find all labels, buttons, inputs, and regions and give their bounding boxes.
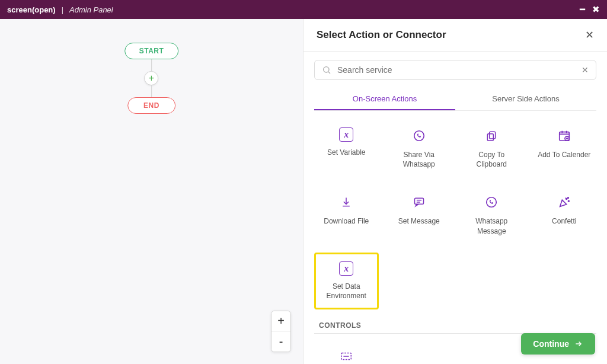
action-confetti[interactable]: Confetti xyxy=(532,186,597,244)
actions-scroll-area[interactable]: x Set Variable Share Via Whatsapp Copy T… xyxy=(304,111,607,364)
add-step-button[interactable]: + xyxy=(144,71,158,85)
window-title-left: screen(open) xyxy=(7,5,56,14)
window-title-right: Admin Panel xyxy=(69,5,113,14)
zoom-in-button[interactable]: + xyxy=(271,311,290,331)
window-close-button[interactable]: ✖ xyxy=(592,4,600,15)
variable-icon: x xyxy=(339,261,353,276)
svg-rect-13 xyxy=(414,199,423,205)
focus-icon xyxy=(338,348,354,364)
whatsapp-icon xyxy=(483,194,500,210)
action-focus-control[interactable]: Focus Control xyxy=(314,340,379,364)
flow-canvas[interactable]: START + END + - xyxy=(0,19,304,364)
search-icon xyxy=(322,65,331,75)
clear-search-button[interactable]: ✕ xyxy=(582,65,589,75)
zoom-controls: + - xyxy=(271,311,291,352)
tab-server-side-actions[interactable]: Server Side Actions xyxy=(455,88,596,110)
arrow-right-icon xyxy=(574,340,583,348)
svg-rect-3 xyxy=(490,132,496,139)
action-set-data-environment[interactable]: x Set Data Environment xyxy=(314,253,379,309)
action-share-whatsapp[interactable]: Share Via Whatsapp xyxy=(387,119,452,177)
section-controls: CONTROLS xyxy=(319,321,596,330)
whatsapp-icon xyxy=(411,127,427,144)
message-icon xyxy=(411,194,427,210)
action-download-file[interactable]: Download File xyxy=(314,186,379,244)
flow-diagram: START + END xyxy=(124,43,179,114)
connector-line xyxy=(151,85,152,97)
svg-point-16 xyxy=(487,197,497,207)
action-set-message[interactable]: Set Message xyxy=(387,186,452,244)
start-node[interactable]: START xyxy=(124,43,179,59)
connector-line xyxy=(151,59,152,71)
variable-icon: x xyxy=(339,127,353,142)
confetti-icon xyxy=(556,194,573,210)
calendar-plus-icon xyxy=(556,127,573,144)
svg-point-0 xyxy=(324,67,329,72)
search-input[interactable] xyxy=(337,65,576,75)
action-selector-panel: Select Action or Connector ✕ ✕ On-Screen… xyxy=(304,19,607,364)
svg-point-2 xyxy=(414,131,424,141)
svg-line-1 xyxy=(328,72,330,74)
action-add-calendar[interactable]: Add To Calender xyxy=(532,119,597,177)
end-node[interactable]: END xyxy=(127,97,175,114)
search-box[interactable]: ✕ xyxy=(314,60,596,80)
action-copy-clipboard[interactable]: Copy To Clipboard xyxy=(459,119,524,177)
svg-point-18 xyxy=(568,201,569,202)
close-panel-button[interactable]: ✕ xyxy=(585,28,594,41)
window-minimize-button[interactable]: ━ xyxy=(580,4,585,15)
tab-onscreen-actions[interactable]: On-Screen Actions xyxy=(314,88,455,110)
svg-point-17 xyxy=(566,199,567,200)
continue-label: Continue xyxy=(533,339,569,349)
zoom-out-button[interactable]: - xyxy=(271,331,290,352)
svg-point-19 xyxy=(567,197,568,199)
panel-header: Select Action or Connector ✕ xyxy=(304,19,607,52)
svg-rect-4 xyxy=(488,134,494,141)
action-set-variable[interactable]: x Set Variable xyxy=(314,119,379,177)
download-icon xyxy=(338,194,354,210)
svg-line-20 xyxy=(566,198,566,199)
action-tabs: On-Screen Actions Server Side Actions xyxy=(314,88,596,111)
action-whatsapp-message[interactable]: Whatsapp Message xyxy=(459,186,524,244)
clipboard-icon xyxy=(483,127,500,144)
continue-button[interactable]: Continue xyxy=(521,333,595,355)
window-titlebar: screen(open) | Admin Panel ━ ✖ xyxy=(0,0,607,19)
panel-title: Select Action or Connector xyxy=(317,29,446,41)
title-separator: | xyxy=(62,5,63,14)
